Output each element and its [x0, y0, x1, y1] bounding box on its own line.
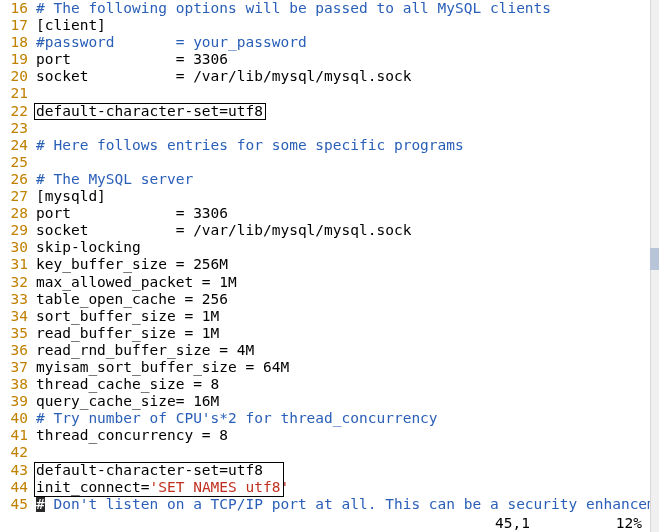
code-text: myisam_sort_buffer_size = 64M [36, 359, 289, 375]
line-number: 16 [0, 0, 28, 17]
code-text: default-character-set=utf8 [36, 103, 263, 119]
line-number: 24 [0, 137, 28, 154]
code-line[interactable]: 39query_cache_size= 16M [0, 393, 650, 410]
line-number: 28 [0, 205, 28, 222]
code-line[interactable]: 23 [0, 120, 650, 137]
line-number: 39 [0, 393, 28, 410]
code-text: thread_concurrency = 8 [36, 427, 228, 443]
code-line[interactable]: 41thread_concurrency = 8 [0, 427, 650, 444]
code-line[interactable]: 36read_rnd_buffer_size = 4M [0, 342, 650, 359]
code-line[interactable]: 21 [0, 85, 650, 102]
code-line[interactable]: 16# The following options will be passed… [0, 0, 650, 17]
code-line[interactable]: 33table_open_cache = 256 [0, 291, 650, 308]
line-number: 32 [0, 274, 28, 291]
code-line[interactable]: 32max_allowed_packet = 1M [0, 274, 650, 291]
line-number: 29 [0, 222, 28, 239]
code-text: table_open_cache = 256 [36, 291, 228, 307]
code-line[interactable]: 24# Here follows entries for some specif… [0, 137, 650, 154]
line-number: 34 [0, 308, 28, 325]
comment-text: #password = your_password [36, 34, 307, 50]
code-line[interactable]: 26# The MySQL server [0, 171, 650, 188]
line-number: 18 [0, 34, 28, 51]
line-number: 26 [0, 171, 28, 188]
code-line[interactable]: 28port = 3306 [0, 205, 650, 222]
code-line[interactable]: 29socket = /var/lib/mysql/mysql.sock [0, 222, 650, 239]
editor-viewport[interactable]: 16# The following options will be passed… [0, 0, 650, 532]
code-line[interactable]: 22default-character-set=utf8 [0, 103, 650, 120]
string-literal: 'SET NAMES utf8' [150, 479, 290, 495]
line-number: 35 [0, 325, 28, 342]
code-text: [mysqld] [36, 188, 106, 204]
line-number: 33 [0, 291, 28, 308]
scroll-percent: 12% [616, 515, 642, 532]
code-text: port = 3306 [36, 205, 228, 221]
code-text: query_cache_size= 16M [36, 393, 219, 409]
scrollbar-thumb[interactable] [650, 248, 659, 270]
comment-text: # Here follows entries for some specific… [36, 137, 464, 153]
code-line[interactable]: 37myisam_sort_buffer_size = 64M [0, 359, 650, 376]
line-number: 36 [0, 342, 28, 359]
line-number: 40 [0, 410, 28, 427]
code-line[interactable]: 42 [0, 444, 650, 461]
line-number: 43 [0, 462, 28, 479]
line-number: 45 [0, 496, 28, 513]
code-line[interactable]: 38thread_cache_size = 8 [0, 376, 650, 393]
line-number: 41 [0, 427, 28, 444]
comment-text: # The MySQL server [36, 171, 193, 187]
code-text: [client] [36, 17, 106, 33]
code-text: skip-locking [36, 239, 141, 255]
code-text: thread_cache_size = 8 [36, 376, 219, 392]
code-text: port = 3306 [36, 51, 228, 67]
comment-text: # The following options will be passed t… [36, 0, 551, 16]
code-line[interactable]: 35read_buffer_size = 1M [0, 325, 650, 342]
code-text: socket = /var/lib/mysql/mysql.sock [36, 222, 411, 238]
code-line[interactable]: 34sort_buffer_size = 1M [0, 308, 650, 325]
code-line[interactable]: 19port = 3306 [0, 51, 650, 68]
code-text: max_allowed_packet = 1M [36, 274, 237, 290]
code-line[interactable]: 45# Don't listen on a TCP/IP port at all… [0, 496, 650, 513]
line-number: 21 [0, 85, 28, 102]
line-number: 42 [0, 444, 28, 461]
code-text: read_buffer_size = 1M [36, 325, 219, 341]
code-line[interactable]: 25 [0, 154, 650, 171]
vertical-scrollbar[interactable] [650, 0, 659, 532]
line-number: 20 [0, 68, 28, 85]
code-line[interactable]: 20socket = /var/lib/mysql/mysql.sock [0, 68, 650, 85]
code-text: key_buffer_size = 256M [36, 256, 228, 272]
code-line[interactable]: 44init_connect='SET NAMES utf8' [0, 479, 650, 496]
code-line[interactable]: 40# Try number of CPU's*2 for thread_con… [0, 410, 650, 427]
line-number: 25 [0, 154, 28, 171]
line-number: 37 [0, 359, 28, 376]
code-line[interactable]: 30skip-locking [0, 239, 650, 256]
line-number: 38 [0, 376, 28, 393]
code-line[interactable]: 27[mysqld] [0, 188, 650, 205]
line-number: 22 [0, 103, 28, 120]
code-text: init_connect= [36, 479, 150, 495]
line-number: 31 [0, 256, 28, 273]
comment-text: # Try number of CPU's*2 for thread_concu… [36, 410, 438, 426]
code-text: default-character-set=utf8 [36, 462, 263, 478]
line-number: 23 [0, 120, 28, 137]
code-line[interactable]: 31key_buffer_size = 256M [0, 256, 650, 273]
line-number: 17 [0, 17, 28, 34]
cursor-cell: # [36, 496, 45, 512]
code-text: socket = /var/lib/mysql/mysql.sock [36, 68, 411, 84]
comment-text: Don't listen on a TCP/IP port at all. Th… [45, 496, 650, 512]
code-text: sort_buffer_size = 1M [36, 308, 219, 324]
code-text: read_rnd_buffer_size = 4M [36, 342, 254, 358]
line-number: 19 [0, 51, 28, 68]
code-line[interactable]: 43default-character-set=utf8 [0, 462, 650, 479]
vim-status-bar: 45,1 12% [0, 515, 650, 532]
code-line[interactable]: 18#password = your_password [0, 34, 650, 51]
line-number: 44 [0, 479, 28, 496]
line-number: 30 [0, 239, 28, 256]
line-number: 27 [0, 188, 28, 205]
cursor-position: 45,1 [495, 515, 530, 532]
code-line[interactable]: 17[client] [0, 17, 650, 34]
